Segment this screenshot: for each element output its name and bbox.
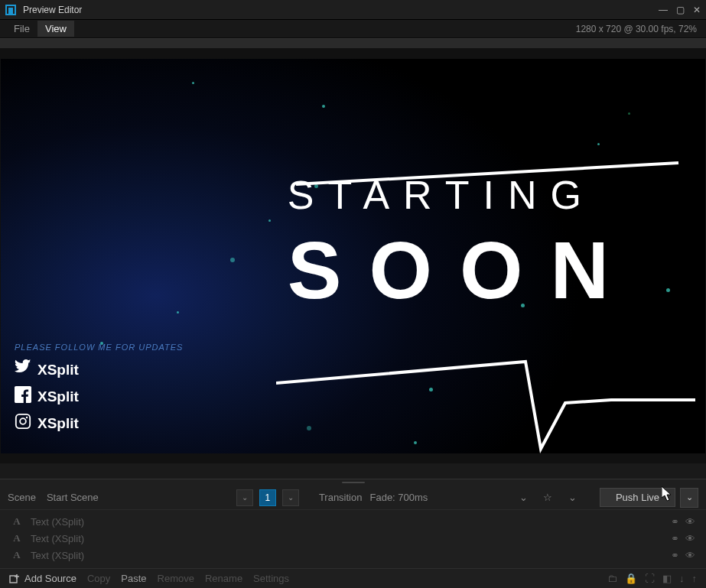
svg-rect-2: [16, 414, 30, 428]
transition-label: Transition: [319, 492, 363, 503]
source-row[interactable]: ▢Social Media Logos⚭👁: [0, 564, 706, 568]
menu-view[interactable]: View: [37, 21, 74, 37]
twitter-handle: XSplit: [37, 362, 79, 378]
source-name: Social Media Logos: [31, 567, 663, 569]
headline-line1: STARTING: [288, 173, 595, 217]
social-block: PLEASE FOLLOW ME FOR UPDATES XSplit XSpl…: [15, 343, 183, 440]
source-type-icon: A: [11, 532, 23, 544]
instagram-handle: XSplit: [37, 415, 79, 432]
canvas-area: STARTING SOON PLEASE FOLLOW ME FOR UPDAT…: [0, 49, 706, 463]
add-icon: [9, 573, 20, 584]
transition-options-dropdown[interactable]: ⌄: [564, 489, 581, 506]
transition-value[interactable]: Fade: 700ms: [369, 492, 507, 503]
footer-bar: Add Source Copy Paste Remove Rename Sett…: [0, 568, 706, 588]
lock-icon[interactable]: 🔒: [625, 573, 637, 584]
add-source-button[interactable]: Add Source: [9, 573, 76, 584]
transition-dropdown[interactable]: ⌄: [515, 489, 532, 506]
link-icon[interactable]: ⚭: [671, 533, 679, 544]
settings-button[interactable]: Settings: [253, 573, 289, 584]
menu-bar: File View 1280 x 720 @ 30.00 fps, 72%: [0, 20, 706, 38]
push-live-dropdown[interactable]: ⌄: [680, 488, 698, 508]
menu-file[interactable]: File: [6, 21, 37, 37]
rename-button[interactable]: Rename: [205, 573, 242, 584]
facebook-icon: [15, 386, 31, 407]
visibility-icon[interactable]: 👁: [685, 550, 695, 561]
link-icon[interactable]: ⚭: [671, 516, 679, 528]
source-list: AText (XSplit)⚭👁AText (XSplit)⚭👁AText (X…: [0, 510, 706, 568]
push-live-button[interactable]: Push Live: [600, 488, 675, 507]
decoration-line-bottom: [276, 349, 704, 453]
scene-dropdown[interactable]: ⌄: [236, 489, 253, 506]
source-row[interactable]: AText (XSplit)⚭👁: [0, 513, 706, 530]
remove-button[interactable]: Remove: [158, 573, 194, 584]
move-up-icon[interactable]: ↑: [692, 573, 698, 584]
paste-button[interactable]: Paste: [121, 573, 146, 584]
svg-point-4: [26, 417, 28, 418]
bottom-panel: Scene Start Scene ⌄ 1 ⌄ Transition Fade:…: [0, 479, 706, 588]
fit-icon[interactable]: ⛶: [645, 573, 655, 584]
source-row[interactable]: AText (XSplit)⚭👁: [0, 547, 706, 564]
scene-number-dropdown[interactable]: ⌄: [282, 489, 299, 506]
toolbar-strip: [0, 38, 706, 49]
push-live-label: Push Live: [616, 492, 659, 503]
source-type-icon: A: [11, 515, 23, 528]
title-bar: Preview Editor — ▢ ✕: [0, 0, 706, 20]
headline: STARTING SOON: [288, 172, 636, 317]
app-icon: [5, 4, 17, 16]
panel-resize-grip[interactable]: [0, 479, 706, 486]
source-type-icon: ▢: [11, 566, 23, 568]
move-down-icon[interactable]: ↓: [679, 573, 685, 584]
instagram-icon: [15, 413, 31, 434]
visibility-icon[interactable]: 👁: [685, 567, 695, 569]
close-button[interactable]: ✕: [692, 5, 701, 15]
visibility-icon[interactable]: 👁: [685, 516, 695, 528]
maximize-button[interactable]: ▢: [675, 5, 685, 15]
source-type-icon: A: [11, 549, 23, 561]
source-name: Text (XSplit): [31, 533, 663, 544]
source-name: Text (XSplit): [31, 516, 663, 528]
add-source-label: Add Source: [24, 573, 76, 584]
canvas-status: 1280 x 720 @ 30.00 fps, 72%: [576, 24, 700, 34]
visibility-icon[interactable]: 👁: [685, 533, 695, 544]
twitter-icon: [15, 359, 31, 380]
folder-icon[interactable]: 🗀: [607, 573, 617, 584]
link-icon[interactable]: ⚭: [671, 567, 679, 569]
scene-bar: Scene Start Scene ⌄ 1 ⌄ Transition Fade:…: [0, 486, 706, 510]
scene-number[interactable]: 1: [259, 489, 276, 506]
preview-canvas[interactable]: STARTING SOON PLEASE FOLLOW ME FOR UPDAT…: [1, 59, 705, 453]
svg-point-3: [20, 418, 26, 424]
minimize-button[interactable]: —: [659, 5, 668, 15]
mask-icon[interactable]: ◧: [662, 573, 672, 584]
scene-name[interactable]: Start Scene: [47, 492, 230, 503]
social-twitter: XSplit: [15, 359, 183, 380]
scene-label: Scene: [8, 492, 36, 503]
social-caption: PLEASE FOLLOW ME FOR UPDATES: [15, 343, 183, 352]
favorite-icon[interactable]: ☆: [539, 489, 556, 506]
facebook-handle: XSplit: [37, 388, 79, 405]
svg-rect-1: [8, 8, 13, 15]
copy-button[interactable]: Copy: [87, 573, 110, 584]
source-name: Text (XSplit): [31, 550, 663, 561]
social-facebook: XSplit: [15, 386, 183, 407]
source-row[interactable]: AText (XSplit)⚭👁: [0, 530, 706, 547]
headline-line2: SOON: [288, 224, 636, 317]
social-instagram: XSplit: [15, 413, 183, 434]
window-title: Preview Editor: [23, 5, 659, 15]
link-icon[interactable]: ⚭: [671, 550, 679, 561]
